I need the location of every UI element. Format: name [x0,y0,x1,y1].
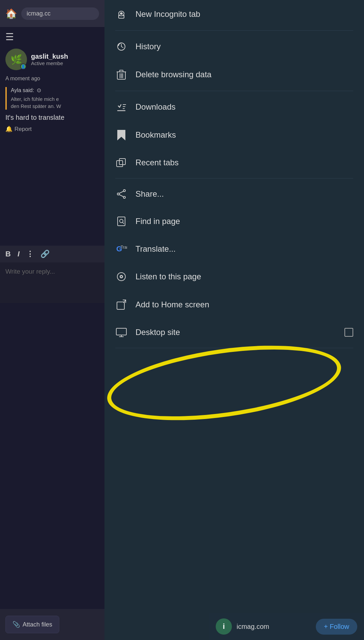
url-bar[interactable]: icmag.cc [21,7,99,20]
svg-point-2 [120,12,123,15]
divider-3 [115,178,353,178]
link-button[interactable]: 🔗 [40,250,50,258]
italic-button[interactable]: I [18,250,20,258]
report-button[interactable]: 🔔 Report [5,126,99,133]
divider-2 [115,91,353,91]
report-label: Report [14,126,32,133]
home-icon[interactable]: 🏠 [5,8,17,19]
background-page: 🏠 icmag.cc ☰ 🌿 👤 gaslit_kush Active memb… [0,0,104,640]
follow-button[interactable]: + Follow [316,619,357,635]
translate-icon: G Translate [115,244,127,254]
menu-item-add-to-home[interactable]: Add to Home screen [104,290,364,319]
menu-item-delete-browsing-data[interactable]: Delete browsing data [104,60,364,89]
editor-toolbar: B I ⋮ 🔗 [0,246,104,262]
menu-label-downloads: Downloads [135,102,353,112]
menu-label-listen: Listen to this page [135,272,353,281]
menu-label-new-incognito-tab: New Incognito tab [135,9,353,19]
history-icon [115,41,127,52]
svg-line-23 [119,191,123,193]
svg-point-32 [121,276,122,277]
svg-point-3 [119,15,120,16]
site-name: icmag.com [237,623,311,631]
menu-item-find-in-page[interactable]: Find in page [104,207,364,235]
add-to-home-icon [115,299,127,310]
avatar-wrap: 🌿 👤 [5,49,27,70]
quote-text-2: den Rest später an. W [11,103,99,110]
desktop-site-checkbox[interactable] [344,328,353,337]
menu-bottom-space [104,350,364,640]
incognito-icon [115,9,127,20]
menu-item-history[interactable]: History [104,33,364,60]
svg-rect-33 [117,302,124,309]
main-content-text: It's hard to translate [5,114,99,121]
find-in-page-icon [115,216,127,226]
menu-item-listen[interactable]: Listen to this page [104,263,364,290]
online-icon: 👤 [21,64,26,69]
more-button[interactable]: ⋮ [26,250,34,258]
follow-label: + Follow [324,623,349,631]
recent-tabs-icon [115,158,127,167]
paperclip-icon: 📎 [12,621,20,628]
menu-item-share[interactable]: Share... [104,180,364,207]
svg-point-22 [123,196,125,198]
menu-label-delete-browsing-data: Delete browsing data [135,70,353,79]
attach-files-button[interactable]: 📎 Attach files [5,616,59,633]
avatar-emoji: 🌿 [10,54,22,65]
downloads-icon [115,102,127,112]
listen-icon [115,272,127,282]
attach-label: Attach files [23,621,52,628]
site-icon: i [216,618,232,635]
svg-text:Translate: Translate [121,245,127,250]
menu-item-downloads[interactable]: Downloads [104,93,364,121]
svg-line-27 [123,222,124,224]
follow-bar: i icmag.com + Follow [209,613,364,640]
svg-point-20 [123,190,125,192]
delete-icon [115,69,127,80]
page-content: ☰ 🌿 👤 gaslit_kush Active membe A moment … [0,27,104,138]
menu-label-history: History [135,42,353,51]
user-role: Active membe [31,60,68,66]
hamburger-icon[interactable]: ☰ [5,32,99,42]
quote-author-text: Ayla said: [11,87,34,93]
quote-icon: ⊙ [37,87,41,93]
menu-label-add-to-home: Add to Home screen [135,300,353,309]
browser-menu-dropdown: New Incognito tab History Dele [104,0,364,640]
menu-item-translate[interactable]: G Translate Translate... [104,235,364,263]
quote-block: Ayla said: ⊙ Alter, ich fühle mich e den… [5,87,99,110]
editor-placeholder: Write your reply... [5,268,55,275]
menu-item-bookmarks[interactable]: Bookmarks [104,121,364,149]
online-badge: 👤 [20,63,26,69]
share-icon [115,189,127,199]
menu-item-desktop-site[interactable]: Desktop site [104,319,364,346]
svg-rect-9 [120,70,123,72]
bold-button[interactable]: B [5,250,11,258]
site-icon-letter: i [223,622,225,631]
user-info: gaslit_kush Active membe [31,53,68,66]
url-text: icmag.cc [27,10,51,17]
menu-label-find-in-page: Find in page [135,217,353,226]
reply-editor[interactable]: Write your reply... [0,262,104,303]
menu-label-share: Share... [135,189,353,199]
bookmarks-icon [115,130,127,140]
browser-bar: 🏠 icmag.cc [0,0,104,27]
divider-4 [115,348,353,348]
username: gaslit_kush [31,53,68,60]
menu-label-translate: Translate... [135,244,353,254]
user-card: 🌿 👤 gaslit_kush Active membe [5,49,99,70]
attach-bar: 📎 Attach files [0,609,104,640]
svg-rect-25 [118,217,125,226]
menu-item-recent-tabs[interactable]: Recent tabs [104,149,364,176]
svg-line-24 [119,195,123,197]
bell-icon: 🔔 [5,126,12,133]
svg-rect-35 [116,328,126,335]
quote-author: Ayla said: ⊙ [11,87,99,93]
quote-text-1: Alter, ich fühle mich e [11,95,99,103]
divider-1 [115,30,353,31]
svg-marker-17 [118,130,125,140]
menu-item-new-incognito-tab[interactable]: New Incognito tab [104,0,364,28]
svg-point-21 [117,193,119,195]
menu-label-desktop-site: Desktop site [135,328,336,337]
menu-label-recent-tabs: Recent tabs [135,158,353,167]
desktop-site-icon [115,328,127,337]
menu-label-bookmarks: Bookmarks [135,130,353,140]
